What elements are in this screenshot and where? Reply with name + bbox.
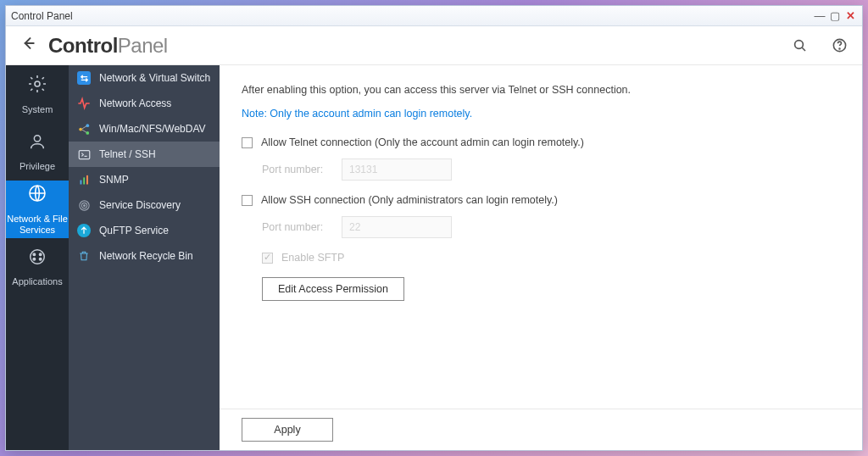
secondary-nav: Network & Virtual Switch Network Access … bbox=[69, 65, 220, 450]
window: Control Panel — ▢ ✕ ControlPanel bbox=[5, 5, 863, 451]
svg-rect-14 bbox=[79, 150, 90, 158]
svg-point-13 bbox=[86, 131, 89, 135]
svg-point-0 bbox=[795, 40, 804, 48]
intro-text: After enabling this option, you can acce… bbox=[242, 84, 840, 96]
pulse-icon bbox=[77, 97, 91, 110]
ssh-checkbox[interactable] bbox=[242, 195, 253, 206]
telnet-port-input[interactable] bbox=[342, 158, 452, 181]
nav2-telnet-ssh[interactable]: Telnet / SSH bbox=[69, 142, 220, 167]
nav2-recycle-bin[interactable]: Network Recycle Bin bbox=[69, 243, 220, 269]
svg-point-6 bbox=[31, 250, 45, 264]
sftp-label: Enable SFTP bbox=[281, 252, 344, 264]
terminal-icon bbox=[77, 147, 91, 161]
titlebar: Control Panel — ▢ ✕ bbox=[6, 6, 862, 26]
nav2-snmp[interactable]: SNMP bbox=[69, 167, 220, 192]
svg-point-11 bbox=[79, 127, 82, 131]
user-icon bbox=[28, 132, 47, 156]
back-button[interactable] bbox=[19, 35, 36, 57]
svg-point-3 bbox=[35, 81, 40, 86]
nav-label: Privilege bbox=[19, 161, 55, 171]
gear-icon bbox=[27, 74, 47, 99]
nav2-label: Telnet / SSH bbox=[99, 148, 156, 160]
nav-privilege[interactable]: Privilege bbox=[6, 123, 69, 181]
sftp-checkbox[interactable] bbox=[262, 253, 273, 264]
ssh-port-label: Port number: bbox=[262, 221, 326, 233]
svg-point-4 bbox=[34, 136, 40, 142]
primary-nav: System Privilege Network & File Services bbox=[6, 65, 69, 450]
svg-point-12 bbox=[86, 124, 89, 127]
telnet-checkbox[interactable] bbox=[242, 137, 253, 148]
svg-rect-16 bbox=[83, 177, 85, 184]
search-icon[interactable] bbox=[791, 36, 810, 55]
nav-label: System bbox=[22, 104, 53, 114]
content: After enabling this option, you can acce… bbox=[220, 65, 862, 450]
svg-point-2 bbox=[839, 48, 840, 49]
apps-icon bbox=[28, 247, 47, 271]
svg-point-20 bbox=[83, 204, 85, 206]
minimize-button[interactable]: — bbox=[813, 9, 826, 23]
page-title: ControlPanel bbox=[48, 34, 168, 58]
footer: Apply bbox=[220, 409, 862, 450]
svg-point-8 bbox=[39, 253, 42, 256]
nav-network-file-services[interactable]: Network & File Services bbox=[6, 181, 69, 238]
trash-icon bbox=[77, 249, 91, 263]
telnet-port-label: Port number: bbox=[262, 164, 326, 175]
nav-label: Applications bbox=[12, 276, 62, 286]
header: ControlPanel bbox=[6, 26, 862, 65]
nav-label: Network & File Services bbox=[6, 214, 69, 236]
nav2-label: SNMP bbox=[99, 174, 129, 186]
ssh-label: Allow SSH connection (Only administrator… bbox=[261, 194, 558, 206]
window-title: Control Panel bbox=[11, 10, 811, 22]
note-text: Note: Only the account admin can login r… bbox=[242, 108, 840, 120]
chart-icon bbox=[77, 173, 91, 186]
nav2-win-mac-nfs[interactable]: Win/Mac/NFS/WebDAV bbox=[69, 116, 220, 142]
globe-icon bbox=[27, 183, 47, 209]
nav2-quftp[interactable]: QuFTP Service bbox=[69, 218, 220, 243]
nav2-label: Network Access bbox=[99, 97, 171, 109]
help-icon[interactable] bbox=[830, 36, 849, 55]
nav2-label: Network & Virtual Switch bbox=[99, 72, 210, 84]
main-panel: After enabling this option, you can acce… bbox=[220, 65, 862, 409]
ssh-port-input[interactable] bbox=[342, 216, 452, 238]
nav2-label: QuFTP Service bbox=[99, 225, 169, 236]
edit-access-permission-button[interactable]: Edit Access Permission bbox=[262, 277, 404, 301]
svg-point-10 bbox=[39, 258, 42, 260]
telnet-label: Allow Telnet connection (Only the accoun… bbox=[261, 136, 584, 148]
nav2-label: Network Recycle Bin bbox=[99, 250, 193, 262]
share-icon bbox=[77, 122, 91, 136]
maximize-button[interactable]: ▢ bbox=[828, 9, 842, 23]
ftp-icon bbox=[77, 224, 91, 237]
nav-system[interactable]: System bbox=[6, 65, 69, 123]
apply-button[interactable]: Apply bbox=[242, 418, 333, 442]
svg-rect-15 bbox=[80, 180, 81, 184]
nav2-network-access[interactable]: Network Access bbox=[69, 91, 220, 116]
nav-applications[interactable]: Applications bbox=[6, 238, 69, 296]
nav2-service-discovery[interactable]: Service Discovery bbox=[69, 192, 220, 218]
svg-rect-17 bbox=[86, 175, 88, 184]
close-button[interactable]: ✕ bbox=[843, 9, 857, 23]
nav2-network-virtual-switch[interactable]: Network & Virtual Switch bbox=[69, 65, 220, 91]
svg-point-7 bbox=[33, 253, 36, 256]
switch-icon bbox=[77, 71, 91, 85]
nav2-label: Service Discovery bbox=[99, 199, 181, 211]
radar-icon bbox=[77, 198, 91, 212]
nav2-label: Win/Mac/NFS/WebDAV bbox=[99, 123, 206, 135]
svg-point-9 bbox=[33, 258, 36, 260]
